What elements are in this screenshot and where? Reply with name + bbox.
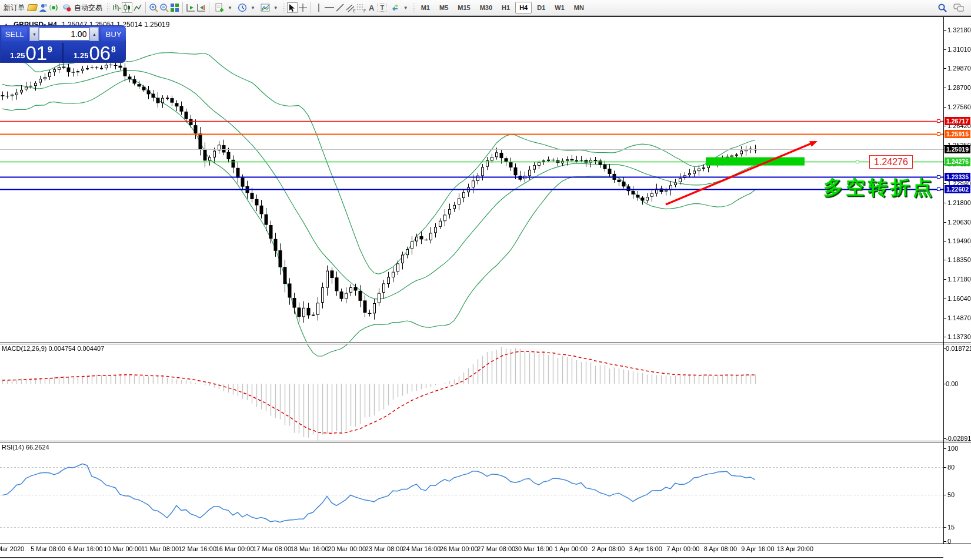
market-watch-icon[interactable] xyxy=(38,2,48,13)
dropdown-caret-icon: ▼ xyxy=(251,5,255,11)
periods-button[interactable]: ▼ xyxy=(235,1,258,14)
toolbar-right xyxy=(937,2,970,13)
macd-tick-label: 0.018721 xyxy=(946,345,971,352)
chart-canvas[interactable] xyxy=(0,16,971,560)
time-axis-label: 5 Mar 08:00 xyxy=(31,545,65,552)
time-axis-label: 2 Apr 08:00 xyxy=(592,545,625,552)
new-order-label: 新订单 xyxy=(4,3,25,13)
sell-button[interactable]: SELL xyxy=(2,28,27,41)
time-axis-label: 8 Apr 08:00 xyxy=(704,545,737,552)
autotrade-label: 自动交易 xyxy=(74,3,102,13)
line-chart-icon[interactable] xyxy=(132,2,143,13)
time-axis-label: 7 Apr 00:00 xyxy=(666,545,699,552)
macd-tick-label: -0.028913 xyxy=(946,435,971,442)
buy-button[interactable]: BUY xyxy=(101,28,126,41)
time-axis-label: 12 Mar 16:00 xyxy=(178,545,216,552)
trade-panel-price-row: 1.25 01 9 1.25 06 8 xyxy=(0,43,126,63)
time-axis-label: 17 Mar 08:00 xyxy=(253,545,291,552)
one-click-trading-panel: SELL ▼ ▲ BUY 1.25 01 9 1.25 06 8 xyxy=(0,25,126,63)
timeframe-MN[interactable]: MN xyxy=(570,2,588,14)
toolbar-separator xyxy=(182,2,183,14)
volume-input[interactable] xyxy=(39,28,89,41)
buy-price-main: 06 xyxy=(89,45,111,62)
toolbar-separator xyxy=(311,2,311,14)
timeframe-M1[interactable]: M1 xyxy=(417,2,434,14)
price-tick-label: 1.13730 xyxy=(947,333,971,340)
price-tick-label: 1.20630 xyxy=(947,219,971,226)
time-axis-label: 1 Apr 00:00 xyxy=(555,545,588,552)
price-tick-label: 1.28700 xyxy=(947,84,971,91)
search-icon[interactable] xyxy=(937,2,947,13)
toolbar-separator xyxy=(209,2,209,14)
trendline-icon[interactable] xyxy=(335,2,345,13)
fibonacci-icon[interactable]: F xyxy=(356,2,366,13)
new-order-button[interactable]: 新订单 xyxy=(1,2,27,14)
chart-shift-icon[interactable] xyxy=(196,2,206,13)
arrows-button[interactable]: ▼ xyxy=(388,1,411,14)
crosshair-icon[interactable] xyxy=(298,2,308,13)
template-icon xyxy=(260,2,271,13)
time-axis-label: 30 Mar 16:00 xyxy=(515,545,553,552)
auto-scroll-icon[interactable] xyxy=(185,2,196,13)
autotrade-icon xyxy=(61,2,72,13)
zoom-in-icon[interactable] xyxy=(148,2,159,13)
time-axis-label: 18 Mar 16:00 xyxy=(291,545,329,552)
timeframe-M5[interactable]: M5 xyxy=(435,2,452,14)
sell-price-main: 01 xyxy=(25,45,47,62)
text-icon[interactable]: A xyxy=(366,2,377,13)
zoom-out-icon[interactable] xyxy=(159,2,169,13)
candlestick-chart-icon[interactable] xyxy=(122,2,132,13)
timeframe-M30[interactable]: M30 xyxy=(476,2,496,14)
time-axis-label: 6 Mar 16:00 xyxy=(68,545,103,552)
horizontal-line-icon[interactable] xyxy=(324,2,335,13)
time-axis-label: 13 Apr 20:00 xyxy=(777,545,813,552)
signal-icon[interactable] xyxy=(48,2,59,13)
macd-indicator-label: MACD(12,26,9) 0.004754 0.004407 xyxy=(2,345,104,352)
chart-window: ▲ GBPUSD-,H4 1.25047 1.25051 1.25014 1.2… xyxy=(0,16,971,560)
toolbar-separator xyxy=(145,2,146,14)
timeframe-H1[interactable]: H1 xyxy=(498,2,514,14)
time-axis-label: 9 Apr 16:00 xyxy=(741,545,774,552)
tile-windows-icon[interactable] xyxy=(169,2,180,13)
volume-increase-button[interactable]: ▲ xyxy=(89,27,99,41)
new-chart-icon[interactable] xyxy=(27,2,38,13)
toolbar-grip xyxy=(412,2,415,13)
one-click-sell-button[interactable]: 1.25 01 9 xyxy=(0,43,62,63)
price-tick-label: 1.19490 xyxy=(947,237,971,244)
chat-icon[interactable] xyxy=(953,2,964,13)
volume-control: ▼ ▲ xyxy=(29,27,99,41)
timeframe-group: M1M5M15M30H1H4D1W1MN xyxy=(417,2,588,14)
timeframe-D1[interactable]: D1 xyxy=(533,2,549,14)
buy-price-pip: 8 xyxy=(111,45,116,54)
price-callout-label[interactable]: 1.24276 xyxy=(869,155,913,169)
templates-button[interactable]: ▼ xyxy=(258,1,281,14)
price-tick-label: 1.31010 xyxy=(947,46,971,53)
indicators-button[interactable]: ▼ xyxy=(212,1,235,14)
time-axis-label: 20 Mar 00:00 xyxy=(328,545,366,552)
turning-point-annotation[interactable]: 多空转折点 xyxy=(823,175,935,201)
time-axis-label: 23 Mar 08:00 xyxy=(365,545,403,552)
price-line-tag: 1.22602 xyxy=(945,185,970,193)
price-tick-label: 1.14870 xyxy=(947,314,971,321)
text-label-icon[interactable]: T xyxy=(377,2,388,13)
price-tick-label: 1.17180 xyxy=(947,276,971,283)
time-axis-label: 24 Mar 16:00 xyxy=(402,545,441,552)
timeframe-M15[interactable]: M15 xyxy=(453,2,474,14)
price-tick-label: 1.18350 xyxy=(947,256,971,263)
equidistant-channel-icon[interactable]: E xyxy=(345,2,356,13)
autotrade-button[interactable]: 自动交易 xyxy=(59,1,105,14)
price-tick-label: 1.16040 xyxy=(947,295,971,302)
price-tick-label: 1.21800 xyxy=(947,199,971,206)
vertical-line-icon[interactable] xyxy=(313,2,324,13)
volume-decrease-button[interactable]: ▼ xyxy=(29,27,39,41)
one-click-buy-button[interactable]: 1.25 06 8 xyxy=(64,43,126,63)
timeframe-W1[interactable]: W1 xyxy=(550,2,569,14)
timeframe-H4[interactable]: H4 xyxy=(515,2,532,14)
cursor-icon[interactable] xyxy=(287,2,298,13)
rsi-tick-label: 0 xyxy=(947,538,951,545)
bar-chart-icon[interactable] xyxy=(111,2,122,13)
time-axis-label: 27 Mar 08:00 xyxy=(477,545,515,552)
price-tick-label: 1.32180 xyxy=(947,26,971,33)
price-line-tag: 1.25915 xyxy=(945,130,970,138)
time-axis-label: Mar 2020 xyxy=(0,545,24,552)
